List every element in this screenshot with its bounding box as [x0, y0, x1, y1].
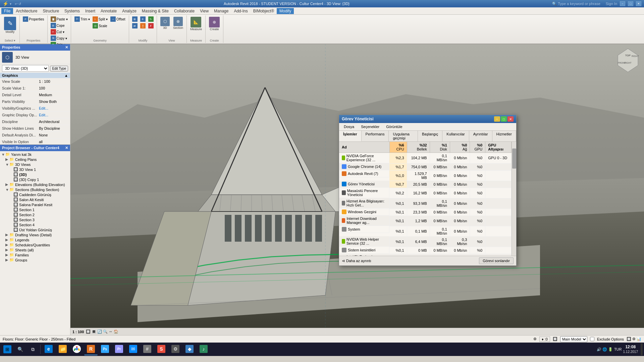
- tm-process-row[interactable]: Autodesk Revit (7) %1,0 1.529,7 MB 0 MB/…: [339, 170, 512, 181]
- tm-process-row[interactable]: Internet Download Manager ag... %0,1 1,2…: [339, 216, 512, 226]
- tm-process-row[interactable]: System %0,1 0,1 MB 0,1 MB/sn 0 Mb/sn %0: [339, 226, 512, 236]
- tm-process-row[interactable]: Sistem kesintileri %0,1 0 MB 0 MB/sn 0 M…: [339, 247, 512, 254]
- tm-tab-kullanicilar[interactable]: Kullanıcılar: [442, 131, 469, 141]
- tm-close-btn[interactable]: ✕: [507, 116, 514, 122]
- taskbar-chrome[interactable]: [70, 343, 84, 355]
- tm-menu-goruntule[interactable]: Görüntüle: [383, 124, 406, 130]
- model-dropdown[interactable]: Main Model: [560, 336, 587, 342]
- tm-col-gpu[interactable]: %0GPU: [470, 142, 485, 153]
- tree-item-ust-yoldan[interactable]: 🔲 Üst Yoldan Görünüş: [0, 227, 70, 232]
- search-box[interactable]: 🔍 Type a keyword or phrase: [552, 2, 600, 6]
- tree-item-ceilingplans[interactable]: ▶ 📁 Ceiling Plans: [0, 157, 70, 162]
- tree-item-3dviews[interactable]: ▼ 📁 3D Views: [0, 162, 70, 167]
- ribbon-align-btn[interactable]: ⊞: [131, 16, 139, 22]
- taskbar-mail[interactable]: ✉: [126, 343, 140, 355]
- ribbon-offset-btn[interactable]: ↔Offset: [109, 16, 126, 22]
- show-desktop-btn[interactable]: [641, 343, 643, 355]
- menu-structure[interactable]: Structure: [40, 8, 62, 14]
- tm-process-row[interactable]: Intel(R) Technology Access - Se... %0 6,…: [339, 254, 512, 256]
- close-btn[interactable]: ✕: [636, 1, 641, 6]
- tm-minimize-btn[interactable]: −: [494, 116, 500, 122]
- tree-item-legends[interactable]: ▶ 📁 Legends: [0, 237, 70, 242]
- tm-col-ad[interactable]: Ad: [339, 142, 389, 153]
- taskbar-app14[interactable]: ♪: [197, 343, 210, 355]
- tree-item-cadde[interactable]: 🔲 Caddeden Görünüş: [0, 192, 70, 197]
- tm-tab-performans[interactable]: Performans: [362, 131, 389, 141]
- sign-in-btn[interactable]: Sign In: [606, 2, 617, 6]
- menu-view[interactable]: View: [197, 8, 211, 14]
- minimize-btn[interactable]: −: [620, 1, 625, 6]
- ribbon-copy-btn[interactable]: ⧉ Copy ▾: [50, 35, 68, 41]
- ribbon-scale-btn[interactable]: ⊡Scale: [92, 23, 108, 29]
- tree-item-sections[interactable]: ▼ 📁 Sections (Building Section): [0, 187, 70, 192]
- start-btn[interactable]: ⊞: [1, 343, 13, 355]
- tree-item-sheets[interactable]: ▶ 📁 Sheets (all): [0, 247, 70, 252]
- tm-tab-hizmetler[interactable]: Hizmetler: [492, 131, 516, 141]
- tm-process-row[interactable]: Masaüstü Pencere Yöneticisi %0,2 16,2 MB…: [339, 188, 512, 198]
- menu-bimobject[interactable]: BIMobject®: [251, 8, 277, 14]
- end-task-btn[interactable]: Görevi sonlandır: [479, 257, 514, 264]
- tm-col-gpu-engine[interactable]: GPU Altyapısı: [485, 142, 512, 153]
- tree-item-salon-alt[interactable]: 🔲 Salon Alt Kesiti: [0, 197, 70, 202]
- tm-process-row[interactable]: NVIDIA Web Helper Service (32 ... %0,1 6…: [339, 236, 512, 247]
- taskbar-app12[interactable]: ⚙: [169, 343, 182, 355]
- menu-addins[interactable]: Add-Ins: [231, 8, 250, 14]
- menu-analyze[interactable]: Analyze: [119, 8, 139, 14]
- tm-col-bellek[interactable]: %32Bellek: [407, 142, 430, 153]
- menu-collaborate[interactable]: Collaborate: [171, 8, 197, 14]
- tm-menu-secenekler[interactable]: Seçenekler: [358, 124, 383, 130]
- ribbon-rotate-btn[interactable]: ↻: [147, 16, 155, 22]
- taskbar-app13[interactable]: ◆: [183, 343, 196, 355]
- tm-maximize-btn[interactable]: □: [501, 116, 507, 122]
- menu-annotate[interactable]: Annotate: [98, 8, 119, 14]
- tree-item-drafting[interactable]: ▶ 📁 Drafting Views (Detail): [0, 232, 70, 237]
- prop-graphic-disp-value[interactable]: Edit...: [39, 113, 68, 117]
- menu-insert[interactable]: Insert: [83, 8, 98, 14]
- ribbon-props-btn[interactable]: P Properties: [22, 16, 45, 22]
- tree-item-groups[interactable]: ▶ 📁 Groups: [0, 257, 70, 262]
- menu-architecture[interactable]: Architecture: [13, 8, 40, 14]
- ribbon-split-btn[interactable]: ⊦Split ▾: [92, 16, 109, 22]
- tm-col-cpu[interactable]: %6CPU: [389, 142, 407, 153]
- taskbar-explorer[interactable]: 📁: [56, 343, 69, 355]
- tree-item-section1[interactable]: 🔲 Section 1: [0, 207, 70, 212]
- taskbar-ps[interactable]: Ps: [98, 343, 112, 355]
- tm-tab-baslangic[interactable]: Başlangıç: [418, 131, 442, 141]
- ribbon-delete-btn[interactable]: ✗: [147, 23, 155, 29]
- tm-process-row[interactable]: NVIDIA GeForce Experience (32 ... %2,3 1…: [339, 153, 512, 164]
- menu-massing[interactable]: Massing & Site: [139, 8, 171, 14]
- tree-item-3d[interactable]: 🔲 {3D}: [0, 172, 70, 177]
- menu-systems[interactable]: Systems: [62, 8, 83, 14]
- restore-btn[interactable]: □: [628, 1, 633, 6]
- tm-tab-uygulama[interactable]: Uygulama geçmişi: [389, 131, 418, 141]
- ribbon-measure-btn[interactable]: 📐 Measure: [189, 16, 203, 32]
- tree-item-3dcopy1[interactable]: 🔲 {3D} Copy 1: [0, 177, 70, 182]
- edit-type-btn[interactable]: Edit Type: [50, 66, 68, 71]
- taskbar-edge[interactable]: e: [42, 343, 55, 355]
- tm-process-row[interactable]: Google Chrome (14) %1,7 754,0 MB 0 MB/sn…: [339, 163, 512, 170]
- ribbon-cut-btn[interactable]: ✂ Cut ▾: [50, 29, 65, 35]
- tree-item-schedules[interactable]: ▶ 📁 Schedules/Quantities: [0, 242, 70, 247]
- viewport[interactable]: TOP RIGHT FRONT RIGHT 1 : 100 🔲 🔳 🔄 🔍 ↔ …: [70, 44, 644, 335]
- ribbon-section-btn[interactable]: ⊗ Section: [172, 16, 184, 30]
- ribbon-cope-btn[interactable]: ⊟ Cope: [50, 22, 66, 28]
- properties-close-btn[interactable]: ✕: [65, 45, 68, 50]
- tree-item-yarimkat[interactable]: ▼ 📁 Yarım kat 3k: [0, 152, 70, 157]
- tree-item-elevations[interactable]: ▶ 📁 Elevations (Building Elevation): [0, 182, 70, 187]
- ribbon-view3d-btn[interactable]: ⬡ 3D: [159, 16, 171, 30]
- tm-tab-islemler[interactable]: İşlemler: [339, 131, 362, 141]
- tm-process-row[interactable]: Görev Yöneticisi %0,7 20,5 MB 0 MB/sn 0 …: [339, 181, 512, 188]
- tree-item-section4[interactable]: 🔲 Section 4: [0, 222, 70, 227]
- tree-item-section3[interactable]: 🔲 Section 3: [0, 217, 70, 222]
- menu-manage[interactable]: Manage: [211, 8, 231, 14]
- tree-item-3dview1[interactable]: 🔲 3D View 1: [0, 167, 70, 172]
- ribbon-modify-btn[interactable]: ✎ Modify: [3, 16, 17, 34]
- menu-modify[interactable]: Modify: [277, 8, 294, 14]
- tm-col-ag[interactable]: %0Ağ: [450, 142, 470, 153]
- tm-process-row[interactable]: Windows Gezgini %0,1 23,3 MB 0 MB/sn 0 M…: [339, 208, 512, 216]
- tm-menu-dosya[interactable]: Dosya: [340, 124, 358, 130]
- prop-vis-graphics-value[interactable]: Edit...: [39, 106, 68, 110]
- tm-scrollbar[interactable]: [512, 142, 516, 256]
- prop-view-dropdown[interactable]: 3D View: {3D}: [2, 65, 49, 72]
- tm-scroll-thumb[interactable]: [512, 148, 516, 169]
